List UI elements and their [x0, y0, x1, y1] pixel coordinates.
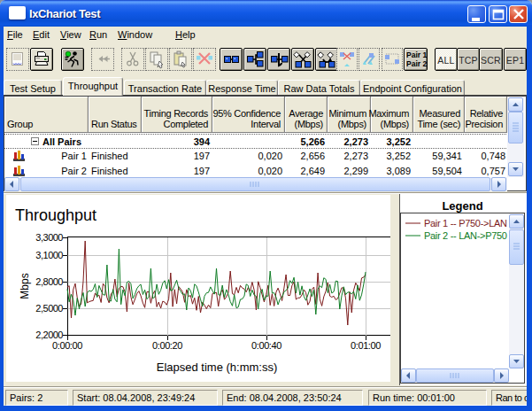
svg-text:Pair 1 -- P750->LAN: Pair 1 -- P750->LAN [424, 218, 507, 229]
svg-text:2,2000: 2,2000 [35, 330, 63, 340]
svg-text:0:00:20: 0:00:20 [152, 340, 182, 351]
svg-text:2,8000: 2,8000 [35, 276, 63, 287]
svg-text:3,3000: 3,3000 [35, 232, 63, 243]
svg-text:Mbps: Mbps [19, 273, 31, 299]
svg-text:2,5000: 2,5000 [35, 303, 63, 314]
svg-text:3,1000: 3,1000 [35, 250, 63, 260]
svg-text:Throughput: Throughput [15, 206, 96, 224]
svg-text:0:00:00: 0:00:00 [52, 340, 82, 351]
svg-text:0:00:40: 0:00:40 [251, 340, 281, 351]
svg-text:Pair 2 -- LAN->P750: Pair 2 -- LAN->P750 [424, 230, 507, 241]
svg-text:0:01:00: 0:01:00 [351, 340, 381, 351]
svg-text:Elapsed time (h:mm:ss): Elapsed time (h:mm:ss) [157, 361, 278, 374]
